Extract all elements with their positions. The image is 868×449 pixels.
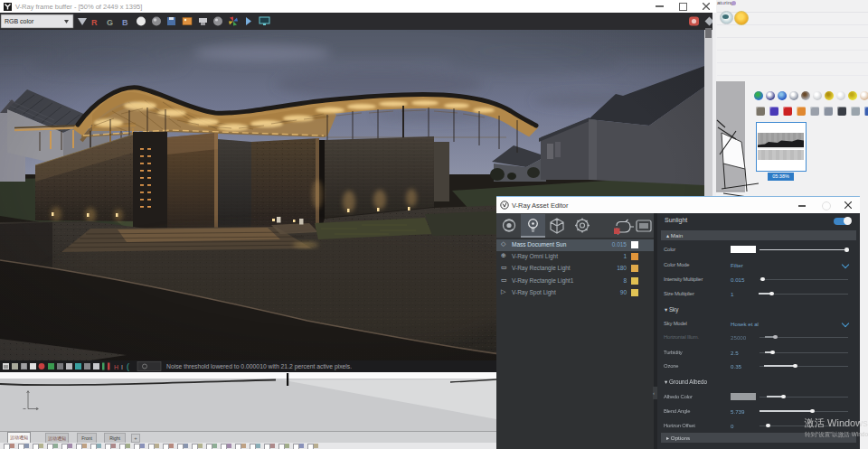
- svg-text:B: B: [122, 18, 128, 27]
- svg-text:Noise threshold lowered to 0.0: Noise threshold lowered to 0.000010 with…: [166, 363, 352, 370]
- svg-text:RGB color: RGB color: [5, 18, 34, 24]
- svg-text:R: R: [91, 18, 98, 27]
- svg-text:(: (: [127, 362, 129, 371]
- svg-text:I: I: [121, 364, 123, 370]
- svg-text:H: H: [114, 364, 118, 370]
- svg-text:G: G: [107, 18, 113, 27]
